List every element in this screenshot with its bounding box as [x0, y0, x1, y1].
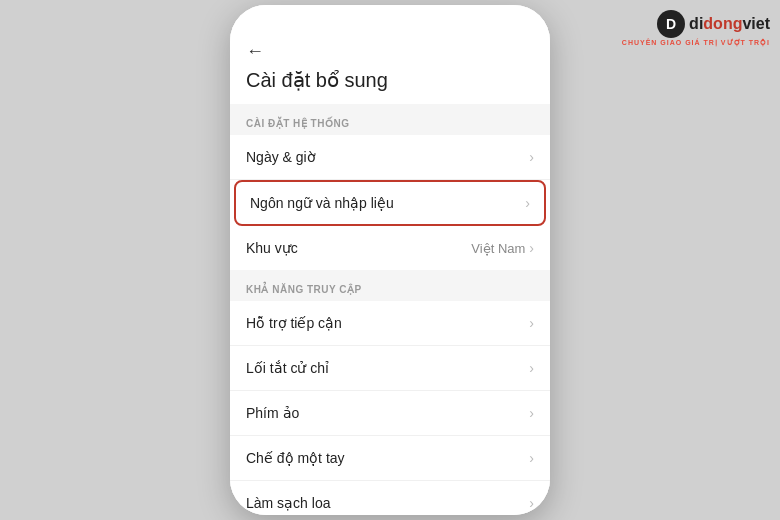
menu-item-virtual-keyboard-right: ›: [529, 405, 534, 421]
menu-item-accessibility-left: Hỗ trợ tiếp cận: [246, 315, 342, 331]
menu-item-accessibility-text: Hỗ trợ tiếp cận: [246, 315, 342, 331]
chevron-icon-accessibility: ›: [529, 315, 534, 331]
menu-item-virtual-keyboard-left: Phím ảo: [246, 405, 299, 421]
menu-item-region-left: Khu vực: [246, 240, 298, 256]
chevron-icon-speaker: ›: [529, 495, 534, 511]
outer-wrapper: D didongviet CHUYÊN GIAO GIÁ TRỊ VƯỢT TR…: [0, 0, 780, 520]
menu-item-language-right: ›: [525, 195, 530, 211]
menu-item-language[interactable]: Ngôn ngữ và nhập liệu ›: [234, 180, 546, 226]
menu-item-clean-speaker-left: Làm sạch loa: [246, 495, 330, 511]
section-label-accessibility: KHẢ NĂNG TRUY CẬP: [230, 270, 550, 301]
chevron-icon-language: ›: [525, 195, 530, 211]
menu-item-gestures-right: ›: [529, 360, 534, 376]
menu-item-one-hand[interactable]: Chế độ một tay ›: [230, 436, 550, 481]
menu-group-accessibility: Hỗ trợ tiếp cận › Lối tắt cử chỉ ›: [230, 301, 550, 515]
menu-item-gestures[interactable]: Lối tắt cử chỉ ›: [230, 346, 550, 391]
logo-text: didongviet: [689, 15, 770, 33]
menu-item-region[interactable]: Khu vực Việt Nam ›: [230, 226, 550, 270]
menu-item-virtual-keyboard-text: Phím ảo: [246, 405, 299, 421]
menu-item-clean-speaker-text: Làm sạch loa: [246, 495, 330, 511]
menu-item-language-left: Ngôn ngữ và nhập liệu: [250, 195, 394, 211]
header: ← Cài đặt bổ sung: [230, 33, 550, 104]
menu-item-date-time[interactable]: Ngày & giờ ›: [230, 135, 550, 180]
content-area: CÀI ĐẶT HỆ THỐNG Ngày & giờ ›: [230, 104, 550, 515]
back-button[interactable]: ←: [246, 41, 264, 62]
menu-item-language-text: Ngôn ngữ và nhập liệu: [250, 195, 394, 211]
menu-item-one-hand-text: Chế độ một tay: [246, 450, 345, 466]
chevron-icon-keyboard: ›: [529, 405, 534, 421]
status-bar: [230, 5, 550, 33]
menu-item-region-text: Khu vực: [246, 240, 298, 256]
phone-screen: ← Cài đặt bổ sung CÀI ĐẶT HỆ THỐNG Ngày …: [230, 5, 550, 515]
logo-area: D didongviet CHUYÊN GIAO GIÁ TRỊ VƯỢT TR…: [622, 10, 770, 47]
menu-item-region-value: Việt Nam: [471, 241, 525, 256]
chevron-icon-one-hand: ›: [529, 450, 534, 466]
logo-d-icon: D: [657, 10, 685, 38]
menu-item-region-right: Việt Nam ›: [471, 240, 534, 256]
menu-group-system: Ngày & giờ › Ngôn ngữ và nhập liệu ›: [230, 135, 550, 270]
menu-item-clean-speaker[interactable]: Làm sạch loa ›: [230, 481, 550, 515]
menu-item-one-hand-left: Chế độ một tay: [246, 450, 345, 466]
menu-item-one-hand-right: ›: [529, 450, 534, 466]
section-label-system: CÀI ĐẶT HỆ THỐNG: [230, 104, 550, 135]
menu-item-gestures-text: Lối tắt cử chỉ: [246, 360, 329, 376]
logo-brand: D didongviet: [657, 10, 770, 38]
menu-item-date-time-right: ›: [529, 149, 534, 165]
menu-item-virtual-keyboard[interactable]: Phím ảo ›: [230, 391, 550, 436]
menu-item-accessibility-right: ›: [529, 315, 534, 331]
menu-item-date-time-left: Ngày & giờ: [246, 149, 316, 165]
menu-item-accessibility[interactable]: Hỗ trợ tiếp cận ›: [230, 301, 550, 346]
logo-tagline: CHUYÊN GIAO GIÁ TRỊ VƯỢT TRỘI: [622, 39, 770, 47]
menu-item-gestures-left: Lối tắt cử chỉ: [246, 360, 329, 376]
chevron-icon-region: ›: [529, 240, 534, 256]
chevron-icon: ›: [529, 149, 534, 165]
page-title: Cài đặt bổ sung: [246, 68, 534, 92]
menu-item-clean-speaker-right: ›: [529, 495, 534, 511]
phone-mockup: ← Cài đặt bổ sung CÀI ĐẶT HỆ THỐNG Ngày …: [230, 5, 550, 515]
menu-item-date-time-text: Ngày & giờ: [246, 149, 316, 165]
chevron-icon-gestures: ›: [529, 360, 534, 376]
